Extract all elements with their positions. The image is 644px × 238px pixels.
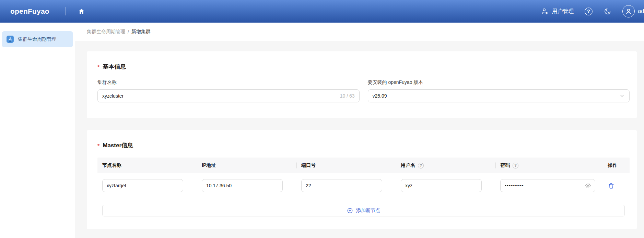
- version-label: 要安装的 openFuyao 版本: [368, 79, 630, 86]
- add-node-button[interactable]: 添加新节点: [102, 205, 625, 216]
- home-icon: [78, 8, 85, 15]
- help-button[interactable]: ?: [584, 7, 593, 16]
- toggle-password-visibility-button[interactable]: [585, 182, 592, 189]
- password-input-wrap: [500, 179, 595, 192]
- version-field: 要安装的 openFuyao 版本 v25.09: [368, 79, 630, 102]
- port-input[interactable]: [301, 179, 382, 192]
- table-header-row: 节点名称 IP地址 端口号 用户名 ? 密码: [97, 158, 630, 173]
- node-name-cell: [97, 179, 197, 192]
- main-layout: 集群生命周期管理 集群生命周期管理 / 新增集群 * 基本信息 集群名称: [0, 23, 644, 238]
- column-header-port: 端口号: [296, 162, 396, 168]
- user-management-button[interactable]: 用户管理: [541, 8, 574, 15]
- sidebar-item-cluster-lifecycle[interactable]: 集群生命周期管理: [2, 31, 73, 47]
- cluster-lifecycle-icon: [6, 35, 14, 43]
- username-cell: [396, 179, 495, 192]
- breadcrumb-parent-link[interactable]: 集群生命周期管理: [87, 29, 125, 35]
- table-row: [97, 173, 630, 199]
- password-input[interactable]: [500, 179, 595, 192]
- username-label: admin: [638, 8, 644, 14]
- account-menu[interactable]: admin: [622, 5, 644, 17]
- column-header-label: IP地址: [202, 162, 216, 168]
- content-area: 集群生命周期管理 / 新增集群 * 基本信息 集群名称 10 / 63: [75, 23, 644, 238]
- theme-toggle-button[interactable]: [603, 7, 612, 16]
- basic-info-title: * 基本信息: [97, 63, 632, 71]
- brand-logo: openFuyao: [10, 7, 49, 15]
- header-actions: 用户管理 ? admin: [541, 5, 644, 17]
- version-select-value: v25.09: [373, 93, 620, 99]
- username-input[interactable]: [401, 179, 482, 192]
- add-node-label: 添加新节点: [356, 208, 380, 214]
- column-header-password: 密码 ?: [495, 162, 603, 168]
- add-node-row: 添加新节点: [97, 199, 630, 216]
- cluster-name-input-wrap: 10 / 63: [97, 89, 360, 102]
- required-asterisk: *: [97, 143, 99, 149]
- cluster-name-label: 集群名称: [97, 79, 360, 86]
- ip-cell: [197, 179, 296, 192]
- chevron-down-icon: [619, 93, 625, 99]
- sidebar-item-label: 集群生命周期管理: [18, 36, 56, 42]
- column-header-label: 节点名称: [102, 162, 121, 168]
- ip-address-input[interactable]: [202, 179, 283, 192]
- required-asterisk: *: [97, 64, 99, 71]
- help-icon: ?: [585, 8, 593, 15]
- moon-icon: [604, 8, 611, 15]
- actions-cell: [603, 182, 630, 189]
- basic-info-form-row: 集群名称 10 / 63 要安装的 openFuyao 版本 v25.09: [97, 79, 632, 102]
- column-header-ip: IP地址: [197, 162, 296, 168]
- port-cell: [296, 179, 396, 192]
- column-header-label: 用户名: [401, 162, 415, 168]
- cluster-name-input[interactable]: [97, 89, 360, 102]
- node-name-input[interactable]: [102, 179, 183, 192]
- column-header-actions: 操作: [603, 162, 630, 168]
- breadcrumb: 集群生命周期管理 / 新增集群: [75, 23, 644, 41]
- home-button[interactable]: [77, 7, 86, 16]
- section-title-text: Master信息: [103, 141, 133, 149]
- column-header-username: 用户名 ?: [396, 162, 495, 168]
- avatar: [622, 5, 635, 17]
- username-help-icon[interactable]: ?: [418, 163, 424, 168]
- plus-circle-icon: [347, 208, 353, 214]
- section-title-text: 基本信息: [103, 63, 126, 71]
- breadcrumb-separator: /: [128, 29, 129, 35]
- page-body: * 基本信息 集群名称 10 / 63 要安装的 openFuyao 版本: [75, 41, 644, 229]
- cluster-name-field: 集群名称 10 / 63: [97, 79, 360, 102]
- basic-info-card: * 基本信息 集群名称 10 / 63 要安装的 openFuyao 版本: [87, 51, 637, 118]
- app-header: openFuyao 用户管理 ?: [0, 0, 644, 23]
- master-node-table: 节点名称 IP地址 端口号 用户名 ? 密码: [97, 158, 632, 216]
- master-info-title: * Master信息: [97, 141, 632, 149]
- breadcrumb-current: 新增集群: [131, 29, 151, 35]
- user-settings-icon: [541, 8, 549, 15]
- header-divider: [65, 7, 66, 15]
- sidebar: 集群生命周期管理: [0, 23, 75, 238]
- delete-row-button[interactable]: [608, 182, 615, 189]
- column-header-label: 操作: [608, 162, 617, 168]
- master-info-card: * Master信息 节点名称 IP地址 端口号: [87, 130, 637, 229]
- user-management-label: 用户管理: [552, 8, 574, 15]
- column-header-label: 密码: [500, 162, 510, 168]
- column-header-label: 端口号: [301, 162, 316, 168]
- password-cell: [495, 179, 603, 192]
- password-help-icon[interactable]: ?: [513, 163, 518, 168]
- column-header-node-name: 节点名称: [97, 162, 197, 168]
- version-select[interactable]: v25.09: [368, 89, 630, 102]
